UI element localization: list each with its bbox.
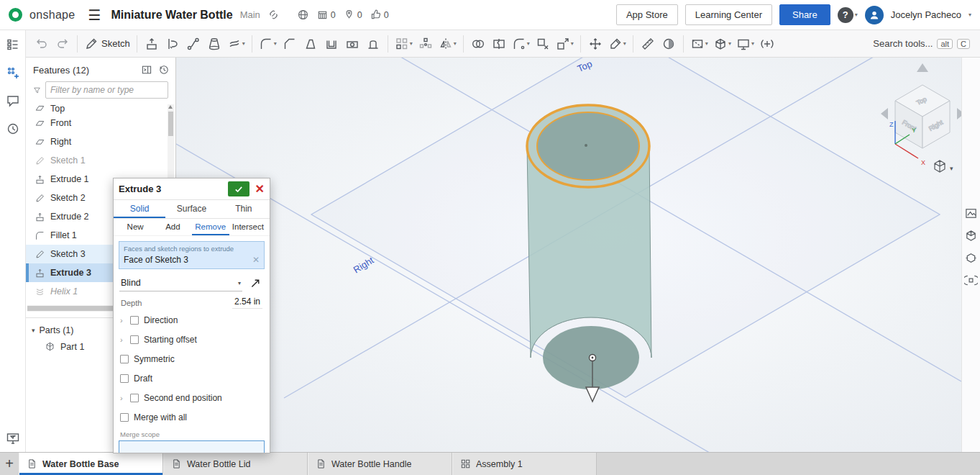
loft-button[interactable] <box>204 33 224 55</box>
chamfer-button[interactable] <box>280 33 300 55</box>
mass-properties-button[interactable] <box>659 33 679 55</box>
clear-selection-icon[interactable]: ✕ <box>252 255 260 265</box>
tab-water-bottle-base[interactable]: Water Bottle Base <box>19 453 163 475</box>
tab-assembly-1[interactable]: Assembly 1 <box>452 453 597 475</box>
circular-pattern-button[interactable] <box>416 33 436 55</box>
sketch-button[interactable]: Sketch <box>82 33 132 55</box>
boolean-button[interactable] <box>468 33 488 55</box>
copies-stat[interactable]: 0 <box>316 9 336 21</box>
cancel-button[interactable]: ✕ <box>255 184 265 195</box>
move-face-caret-icon[interactable]: ▾ <box>571 40 574 47</box>
sketch-point[interactable] <box>585 144 587 147</box>
user-avatar[interactable] <box>865 6 884 24</box>
help-menu[interactable]: ? ▾ <box>838 7 858 23</box>
modify-fillet-caret-icon[interactable]: ▾ <box>527 40 530 47</box>
draft-checkbox[interactable] <box>120 374 129 383</box>
split-button[interactable] <box>489 33 509 55</box>
fillet-caret-icon[interactable]: ▾ <box>274 40 277 47</box>
configurations-panel-icon[interactable] <box>964 229 978 243</box>
likes-stat[interactable]: 0 <box>370 9 389 21</box>
end-condition-select[interactable]: Blind ▾ <box>119 274 242 291</box>
dialog-header[interactable]: Extrude 3 ✕ <box>114 178 270 200</box>
depth-input[interactable]: 2.54 in <box>232 297 262 309</box>
rib-button[interactable] <box>363 33 383 55</box>
tab-water-bottle-lid[interactable]: Water Bottle Lid <box>163 453 308 475</box>
expand-starting-offset-icon[interactable]: › <box>120 335 125 344</box>
view-menu-button[interactable]: ▾ <box>935 160 953 172</box>
display-states-panel-icon[interactable] <box>964 251 978 265</box>
mirror-button[interactable]: ▾ <box>436 33 459 55</box>
transform-button[interactable] <box>585 33 605 55</box>
hole-button[interactable] <box>342 33 362 55</box>
op-remove[interactable]: Remove <box>192 219 229 235</box>
share-button[interactable]: Share <box>779 4 830 25</box>
mirror-caret-icon[interactable]: ▾ <box>454 40 457 47</box>
op-intersect[interactable]: Intersect <box>229 219 267 235</box>
app-store-button[interactable]: App Store <box>616 4 678 25</box>
extrude-button[interactable] <box>142 33 162 55</box>
thicken-caret-icon[interactable]: ▾ <box>242 40 245 47</box>
display-options-caret-icon[interactable]: ▾ <box>751 40 754 47</box>
insert-icon[interactable] <box>6 65 20 82</box>
direction-checkbox[interactable] <box>130 316 139 325</box>
modify-fillet-button[interactable]: ▾ <box>510 33 532 55</box>
shell-button[interactable] <box>321 33 342 55</box>
appearance-caret-icon[interactable]: ▾ <box>623 40 626 47</box>
pins-stat[interactable]: 0 <box>343 9 362 21</box>
tree-item-front-plane[interactable]: Front <box>26 114 175 132</box>
workspace-branch[interactable]: Main <box>240 9 260 20</box>
rotate-left-arrow-icon[interactable] <box>881 108 888 119</box>
faces-selection-field[interactable]: Faces and sketch regions to extrude Face… <box>119 241 265 269</box>
document-outline-icon[interactable] <box>6 37 20 54</box>
view-target-button[interactable] <box>757 33 777 55</box>
scrollbar-thumb[interactable] <box>168 112 173 136</box>
delete-part-button[interactable] <box>533 33 553 55</box>
featurescript-panel-icon[interactable] <box>964 273 978 287</box>
view-menu-caret-icon[interactable]: ▾ <box>950 165 953 172</box>
main-menu-icon[interactable]: ☰ <box>88 6 101 24</box>
sweep-button[interactable] <box>183 33 203 55</box>
tree-item-top-plane[interactable]: Top <box>26 104 175 114</box>
accept-button[interactable] <box>228 181 249 196</box>
tab-manager-icon[interactable] <box>6 431 20 448</box>
tree-item-sketch-1[interactable]: Sketch 1 <box>26 151 175 170</box>
selection-value[interactable]: Face of Sketch 3 <box>124 255 188 265</box>
merge-scope-field[interactable] <box>119 440 265 453</box>
op-add[interactable]: Add <box>154 219 191 235</box>
expand-second-end-icon[interactable]: › <box>120 394 125 402</box>
move-face-button[interactable]: ▾ <box>554 33 576 55</box>
public-globe-icon[interactable] <box>297 9 309 21</box>
appearance-button[interactable]: ▾ <box>606 33 628 55</box>
linear-pattern-button[interactable]: ▾ <box>393 33 415 55</box>
learning-center-button[interactable]: Learning Center <box>685 4 772 25</box>
rotate-up-arrow-icon[interactable] <box>917 63 928 72</box>
display-options-button[interactable]: ▾ <box>734 33 756 55</box>
filter-input[interactable] <box>45 81 168 99</box>
search-tools[interactable]: Search tools... alt C <box>873 38 974 49</box>
new-tab-button[interactable]: + <box>0 453 19 475</box>
op-new[interactable]: New <box>116 219 154 235</box>
expand-direction-icon[interactable]: › <box>120 316 125 325</box>
merge-with-all-checkbox[interactable] <box>120 413 129 422</box>
manipulator-arrow-icon[interactable] <box>586 387 599 402</box>
revolve-button[interactable] <box>162 33 183 55</box>
dock-panel-icon[interactable] <box>141 64 152 76</box>
tab-thin[interactable]: Thin <box>218 200 270 218</box>
redo-button[interactable] <box>52 33 73 55</box>
named-views-button[interactable]: ▾ <box>711 33 733 55</box>
tab-water-bottle-handle[interactable]: Water Bottle Handle <box>308 453 452 475</box>
symmetric-checkbox[interactable] <box>120 355 129 363</box>
parts-collapse-icon[interactable]: ▾ <box>32 327 35 334</box>
measure-button[interactable] <box>638 33 658 55</box>
help-icon[interactable]: ? <box>838 7 853 23</box>
starting-offset-checkbox[interactable] <box>130 335 139 344</box>
undo-button[interactable] <box>32 33 52 55</box>
user-name[interactable]: Jocelyn Pacheco <box>891 9 961 20</box>
draft-button[interactable] <box>301 33 321 55</box>
scroll-up-icon[interactable] <box>168 105 173 109</box>
top-inner-edge[interactable] <box>537 112 639 180</box>
versions-history-icon[interactable] <box>6 122 20 138</box>
user-menu-caret-icon[interactable]: ▾ <box>968 12 971 18</box>
linear-pattern-caret-icon[interactable]: ▾ <box>410 40 413 47</box>
rollback-icon[interactable] <box>158 64 170 76</box>
